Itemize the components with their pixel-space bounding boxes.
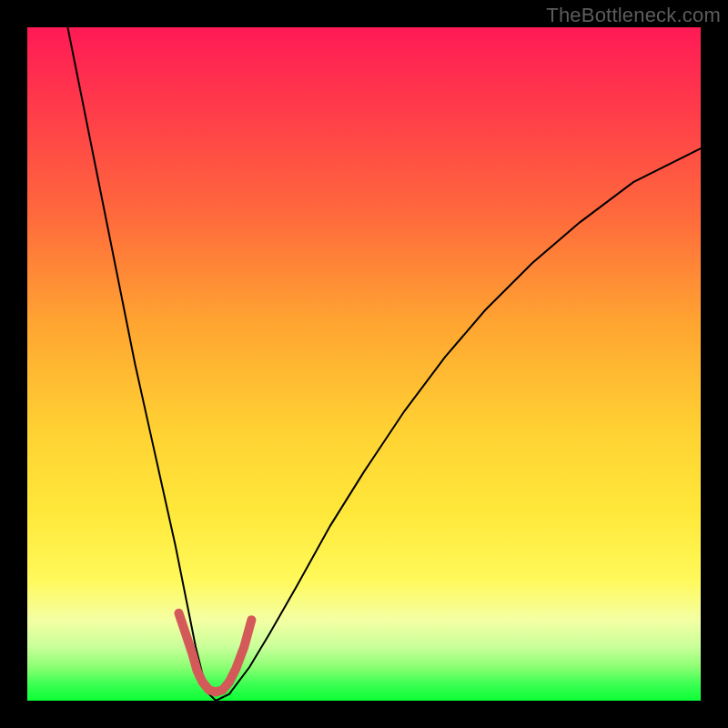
plot-area (27, 27, 701, 701)
black-curve-path (67, 27, 701, 701)
watermark-text: TheBottleneck.com (546, 4, 721, 27)
curves-svg (27, 27, 701, 701)
chart-frame: TheBottleneck.com (0, 0, 728, 728)
